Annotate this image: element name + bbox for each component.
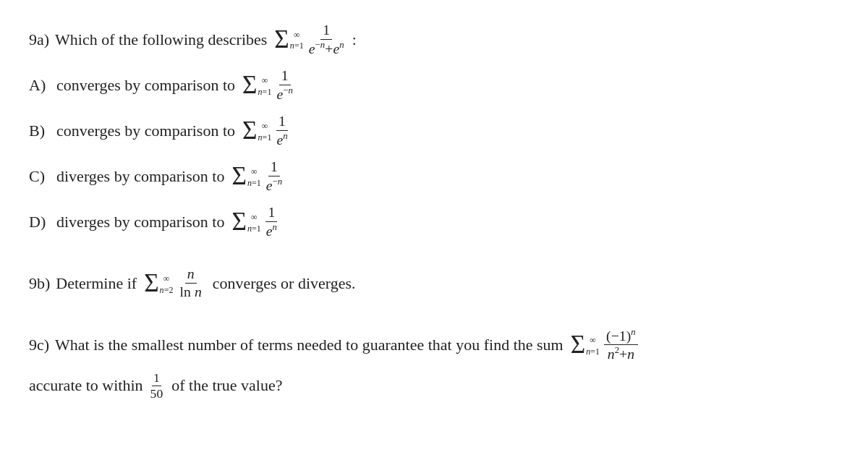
option-d-text: diverges by comparison to [56,213,224,231]
sigma-lower-b: n=1 [258,132,272,144]
sigma-lower: n=1 [290,41,304,52]
option-c-frac-denom: e−n [264,176,284,194]
option-d-line: D) diverges by comparison to Σ ∞ n=1 1 e… [29,204,839,239]
sigma-upper-d: ∞ [251,212,258,224]
option-a-frac: 1 e−n [274,67,294,103]
sigma-upper: ∞ [294,30,300,41]
option-d-frac-denom: en [264,222,279,239]
option-d-frac: 1 en [264,204,279,239]
9b-frac-denom: ln n [178,284,204,301]
problem-9c-text: What is the smallest number of terms nee… [55,336,563,354]
sigma-limits-b: ∞ n=1 [258,121,272,143]
sigma-limits-d: ∞ n=1 [247,212,261,234]
problem-9c-text3: of the true value? [171,376,282,395]
sigma-limits-a: ∞ n=1 [258,75,272,98]
problem-9c-line2: accurate to within 1 50 of the true valu… [29,370,839,401]
option-d-frac-numer: 1 [265,204,277,222]
sigma-limits-c: ∞ n=1 [247,166,261,189]
9b-frac-numer: n [185,265,197,284]
sigma-lower-9c: n=1 [586,346,600,358]
problem-9c: 9c) What is the smallest number of terms… [29,327,839,401]
9c-within-frac: 1 50 [149,370,165,401]
option-a-text: converges by comparison to [56,76,235,95]
option-b-sigma: Σ ∞ n=1 [242,118,271,143]
sigma-symbol-c: Σ [231,163,246,189]
option-c-frac: 1 e−n [264,158,284,194]
option-c-sigma: Σ ∞ n=1 [231,163,260,189]
option-d-sigma: Σ ∞ n=1 [231,209,260,234]
sigma-upper-b: ∞ [262,121,268,132]
sigma-upper-a: ∞ [262,75,268,87]
option-d-label: D) [29,213,51,231]
main-fraction: 1 e−n+en [307,22,346,57]
problem-9b-label: 9b) [29,271,50,296]
sigma-limits-9b: ∞ n=2 [160,273,174,296]
option-a-sigma: Σ ∞ n=1 [242,72,271,98]
option-b-label: B) [29,122,51,140]
9c-within-numer: 1 [152,370,161,386]
sigma-symbol-d: Σ [231,209,246,234]
sigma-upper-9c: ∞ [590,335,596,346]
main-frac-denom: e−n+en [307,40,346,57]
sigma-limits: ∞ n=1 [290,30,304,52]
sigma-lower-9b: n=2 [160,285,174,297]
option-a-frac-numer: 1 [279,67,291,85]
sigma-limits-9c: ∞ n=1 [586,335,600,357]
9b-sigma: Σ ∞ n=2 [144,271,173,296]
sigma-symbol: Σ [274,27,289,52]
sigma-upper-9b: ∞ [163,273,170,285]
sigma-lower-a: n=1 [258,87,272,98]
question-colon: : [352,27,357,52]
problem-9b-line: 9b) Determine if Σ ∞ n=2 n ln n converge… [29,265,839,301]
main-frac-numer: 1 [320,22,332,40]
sigma-symbol-9b: Σ [144,271,158,296]
option-b-text: converges by comparison to [56,122,235,140]
option-c-label: C) [29,167,51,186]
option-c-text: diverges by comparison to [56,167,224,186]
9c-frac-numer: (−1)n [604,327,638,345]
sigma-symbol-b: Σ [242,118,257,143]
option-a-frac-denom: e−n [274,85,294,103]
option-a-label: A) [29,76,51,95]
problem-9a-label: 9a) [29,27,49,52]
9c-frac: (−1)n n2+n [604,327,638,363]
9c-sigma: Σ ∞ n=1 [571,332,600,357]
problem-9c-label: 9c) [29,336,49,354]
9c-frac-denom: n2+n [605,345,637,362]
main-sum-sigma: Σ ∞ n=1 [274,27,303,52]
option-a-line: A) converges by comparison to Σ ∞ n=1 1 … [29,67,839,103]
sigma-upper-c: ∞ [251,166,258,178]
option-c-frac-numer: 1 [268,158,280,176]
problem-9a: 9a) Which of the following describes Σ ∞… [29,22,839,239]
sigma-lower-d: n=1 [247,224,261,235]
problem-9a-question: 9a) Which of the following describes Σ ∞… [29,22,839,57]
9b-frac: n ln n [178,265,204,301]
problem-9a-question-text: Which of the following describes [55,27,267,52]
problem-9b-text2: converges or diverges. [213,271,356,296]
9c-within-denom: 50 [149,386,165,401]
option-b-frac: 1 en [274,113,289,148]
problem-9b-text: Determine if [56,271,137,296]
option-c-line: C) diverges by comparison to Σ ∞ n=1 1 e… [29,158,839,194]
problem-9c-line1: 9c) What is the smallest number of terms… [29,327,839,363]
option-b-frac-denom: en [274,131,289,148]
option-b-line: B) converges by comparison to Σ ∞ n=1 1 … [29,113,839,148]
sigma-symbol-a: Σ [242,72,257,98]
problem-9c-text2: accurate to within [29,376,143,395]
problem-9b: 9b) Determine if Σ ∞ n=2 n ln n converge… [29,265,839,301]
sigma-symbol-9c: Σ [571,332,585,357]
option-b-frac-numer: 1 [276,113,288,131]
sigma-lower-c: n=1 [247,178,261,190]
